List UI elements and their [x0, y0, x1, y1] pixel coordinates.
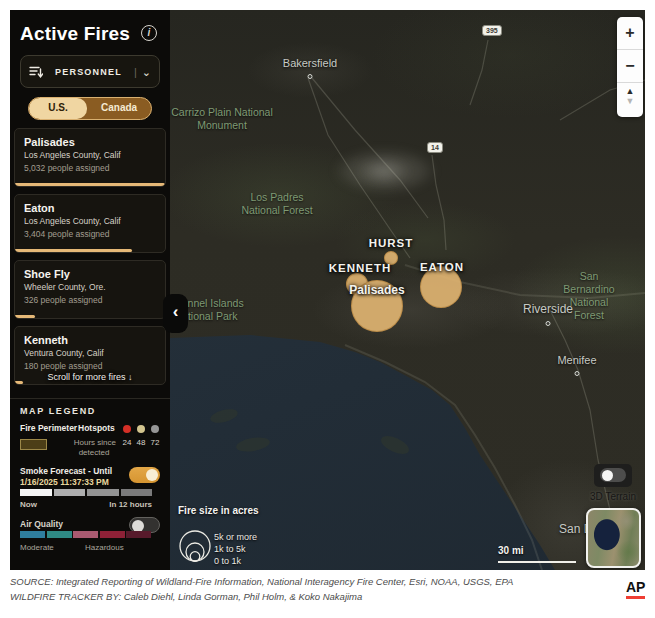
smoke-later-label: In 12 hours — [88, 500, 152, 509]
map-canvas[interactable]: BakersfieldCarrizo Plain National Monume… — [170, 10, 645, 570]
fire-perimeter-swatch — [20, 439, 47, 450]
source-text: SOURCE: Integrated Reporting of Wildland… — [10, 576, 610, 587]
fire-size-bar — [15, 183, 165, 187]
info-icon[interactable]: i — [141, 25, 157, 41]
fire-location: Los Angeles County, Calif — [24, 150, 156, 160]
city-marker — [308, 74, 313, 79]
map-label-hurst: HURST — [369, 237, 414, 249]
hotspot-dot — [151, 425, 159, 433]
fire-size-label-small: 0 to 1k — [214, 556, 241, 566]
toggle-knob — [602, 470, 613, 481]
fire-card[interactable]: EatonLos Angeles County, Calif3,404 peop… — [14, 194, 166, 253]
map-label-menifee: Menifee — [557, 354, 596, 366]
map-label-carrizo-plain-national: Carrizo Plain National Monument — [171, 106, 273, 132]
divider — [10, 398, 170, 399]
zoom-in-button[interactable]: + — [617, 17, 643, 50]
hotspots-label: Hotspots — [78, 423, 115, 433]
city-marker — [546, 321, 551, 326]
city-marker — [575, 371, 580, 376]
hotspots-sub-label: Hours since — [72, 438, 116, 447]
aq-color-segment — [20, 531, 45, 538]
region-us-button[interactable]: U.S. — [29, 98, 87, 119]
zoom-out-button[interactable]: − — [617, 50, 643, 83]
aq-max-label: Hazardous — [85, 543, 124, 552]
pitch-control-button[interactable]: ▲ ▼ — [617, 83, 643, 117]
fire-perimeter-label: Fire Perimeter — [20, 423, 77, 433]
chevron-down-icon: ⌄ — [142, 68, 151, 76]
hotspot-dot — [123, 425, 131, 433]
credits-text: WILDFIRE TRACKER BY: Caleb Diehl, Linda … — [10, 591, 610, 602]
fire-name: Shoe Fly — [24, 268, 156, 280]
hotspot-hour-label: 24 — [121, 438, 133, 447]
wildfire-tracker-app: BakersfieldCarrizo Plain National Monume… — [10, 10, 645, 570]
terrain-label: 3D Terrain — [573, 491, 645, 502]
aq-color-segment — [73, 531, 98, 538]
fire-name: Palisades — [24, 136, 156, 148]
map-label-riverside: Riverside — [523, 302, 573, 316]
fire-name: Eaton — [24, 202, 156, 214]
sidebar-collapse-button[interactable]: ‹ — [163, 294, 188, 333]
map-label-eaton: EATON — [420, 261, 464, 273]
smoke-until-timestamp: 1/16/2025 11:37:33 PM — [20, 477, 109, 487]
sort-selected-value: PERSONNEL — [43, 67, 134, 77]
map-label-los-padres: Los Padres National Forest — [241, 191, 312, 217]
toggle-knob — [146, 469, 158, 481]
scroll-hint: Scroll for more fires ↓ — [10, 372, 170, 382]
aq-color-segment — [47, 531, 72, 538]
terrain-toggle[interactable] — [600, 468, 626, 482]
fire-size-label-medium: 1k to 5k — [214, 544, 246, 554]
fire-list[interactable]: PalisadesLos Angeles County, Calif5,032 … — [14, 128, 166, 395]
map-label-palisades: Palisades — [349, 283, 404, 297]
map-legend-heading: MAP LEGEND — [20, 406, 96, 416]
map-label-bakersfield: Bakersfield — [283, 57, 337, 69]
highway-shield-14: 14 — [427, 142, 443, 153]
smoke-now-label: Now — [20, 500, 37, 509]
fire-personnel: 180 people assigned — [24, 361, 156, 371]
map-label-kenneth: KENNETH — [329, 262, 392, 274]
sidebar: Active Fires i PERSONNEL | ⌄ U.S. Canada… — [10, 10, 170, 570]
aq-color-segment — [100, 531, 125, 538]
fire-size-circles-icon — [176, 523, 216, 567]
terrain-toggle-box — [594, 464, 632, 487]
fire-name: Kenneth — [24, 334, 156, 346]
scale-bar — [498, 561, 576, 563]
hotspots-sub-label2: detected — [72, 448, 116, 457]
fire-personnel: 326 people assigned — [24, 295, 156, 305]
fire-card[interactable]: Shoe FlyWheeler County, Ore.326 people a… — [14, 260, 166, 319]
pitch-up-icon: ▲ — [617, 87, 643, 96]
fire-card[interactable]: PalisadesLos Angeles County, Calif5,032 … — [14, 128, 166, 187]
scale-label: 30 mi — [498, 545, 524, 556]
aq-min-label: Moderate — [20, 543, 54, 552]
smoke-forecast-toggle[interactable] — [129, 467, 160, 483]
ap-logo: AP — [626, 579, 645, 599]
sort-icon — [29, 66, 43, 78]
aq-color-segment — [126, 531, 151, 538]
map-zoom-control: + − ▲ ▼ — [617, 17, 643, 117]
region-canada-button[interactable]: Canada — [87, 98, 151, 119]
hotspot-dot — [137, 425, 145, 433]
fire-size-legend-title: Fire size in acres — [178, 505, 259, 516]
dropdown-divider: | — [134, 66, 137, 78]
hotspot-hour-label: 72 — [149, 438, 161, 447]
overview-inset-map[interactable] — [586, 508, 641, 568]
fire-personnel: 5,032 people assigned — [24, 163, 156, 173]
fire-location: Ventura County, Calif — [24, 348, 156, 358]
fire-personnel: 3,404 people assigned — [24, 229, 156, 239]
smoke-gradient-segment — [87, 489, 119, 496]
page-title: Active Fires — [20, 23, 130, 45]
smoke-gradient-segment — [121, 489, 153, 496]
pitch-down-icon: ▼ — [617, 97, 643, 106]
fire-location: Wheeler County, Ore. — [24, 282, 156, 292]
region-toggle: U.S. Canada — [28, 97, 152, 120]
smoke-forecast-label: Smoke Forecast - Until — [20, 466, 130, 476]
sort-by-dropdown[interactable]: PERSONNEL | ⌄ — [20, 55, 160, 88]
hotspot-hour-label: 48 — [135, 438, 147, 447]
highway-shield-395: 395 — [482, 25, 502, 36]
fire-size-bar — [15, 315, 35, 319]
fire-size-bar — [15, 249, 132, 253]
air-quality-label: Air Quality — [20, 519, 63, 529]
fire-size-label-large: 5k or more — [214, 532, 257, 542]
smoke-gradient-segment — [54, 489, 86, 496]
fire-location: Los Angeles County, Calif — [24, 216, 156, 226]
smoke-gradient-segment — [20, 489, 52, 496]
